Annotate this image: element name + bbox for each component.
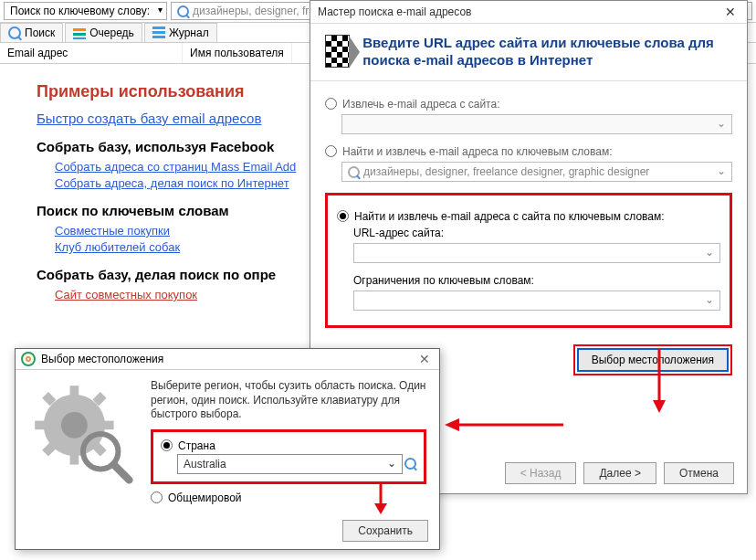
location-title-text: Выбор местоположения [41, 353, 163, 365]
location-titlebar[interactable]: Выбор местоположения ✕ [16, 349, 439, 370]
search-mode-dropdown[interactable]: Поиск по ключевому слову: [4, 2, 167, 20]
queue-icon [73, 26, 86, 39]
svg-rect-2 [70, 386, 79, 398]
url-label: URL-адрес сайта: [353, 227, 720, 239]
journal-icon [152, 26, 165, 39]
radio-icon [325, 98, 337, 110]
wizard-body: Извлечь e-mail адреса с сайта: Найти и и… [310, 81, 747, 385]
tab-journal[interactable]: Журнал [144, 23, 217, 42]
site-url-combo[interactable] [353, 243, 720, 263]
target-icon [21, 352, 36, 366]
tab-search[interactable]: Поиск [0, 23, 63, 42]
search-icon [8, 26, 21, 39]
wizard-heading: Введите URL адрес сайта или ключевые сло… [362, 35, 732, 69]
svg-rect-3 [70, 451, 79, 464]
search-icon [177, 5, 189, 17]
opt-country[interactable]: Страна [161, 439, 416, 452]
opt-site-keywords[interactable]: Найти и извлечь e-mail адреса с сайта по… [337, 210, 720, 223]
opt-worldwide[interactable]: Общемировой [151, 491, 426, 504]
search-query-text: дизайнеры, designer, fr [193, 5, 309, 17]
keywords-combo[interactable]: дизайнеры, designer, freelance designer,… [341, 162, 732, 182]
search-icon[interactable] [404, 458, 416, 470]
close-icon[interactable]: ✕ [721, 5, 740, 19]
opt-extract-site[interactable]: Извлечь e-mail адреса с сайта: [325, 98, 732, 111]
svg-point-1 [61, 412, 88, 438]
site-url-combo-disabled [341, 114, 732, 134]
svg-line-11 [114, 465, 130, 481]
svg-rect-4 [35, 421, 47, 430]
tab-queue[interactable]: Очередь [65, 23, 142, 42]
cancel-button[interactable]: Отмена [664, 462, 734, 484]
wizard-header: Введите URL адрес сайта или ключевые сло… [310, 24, 747, 81]
save-button[interactable]: Сохранить [342, 520, 428, 542]
kw-restrict-combo[interactable] [353, 291, 720, 311]
svg-rect-5 [100, 421, 113, 430]
search-icon [348, 166, 360, 178]
selected-option-frame: Найти и извлечь e-mail адреса с сайта по… [325, 193, 732, 328]
wizard-titlebar[interactable]: Мастер поиска e-mail адресов ✕ [310, 1, 747, 24]
next-button[interactable]: Далее > [583, 462, 656, 484]
col-user[interactable]: Имя пользователя [183, 43, 292, 63]
location-button[interactable]: Выбор местоположения [577, 348, 729, 372]
location-button-frame: Выбор местоположения [573, 344, 732, 375]
radio-icon [151, 491, 163, 503]
location-body: Выберите регион, чтобы сузить область по… [16, 370, 439, 513]
country-frame: Страна Australia [151, 429, 426, 484]
location-desc: Выберите регион, чтобы сузить область по… [151, 379, 426, 422]
kw-restrict-label: Ограничения по ключевым словам: [353, 274, 720, 287]
country-select[interactable]: Australia [177, 454, 403, 474]
col-email[interactable]: Email адрес [0, 43, 183, 63]
wizard-title-text: Мастер поиска e-mail адресов [318, 5, 471, 18]
wizard-footer: < Назад Далее > Отмена [505, 462, 734, 484]
opt-find-keywords[interactable]: Найти и извлечь e-mail адреса по ключевы… [325, 145, 732, 158]
radio-checked-icon [337, 210, 349, 222]
close-icon[interactable]: ✕ [415, 352, 434, 366]
gear-magnify-icon [28, 379, 138, 489]
checkered-flag-icon [325, 35, 350, 68]
location-dialog: Выбор местоположения ✕ Выберите регион, … [15, 348, 440, 550]
radio-icon [325, 145, 337, 157]
radio-checked-icon [161, 439, 173, 451]
back-button: < Назад [505, 462, 577, 484]
